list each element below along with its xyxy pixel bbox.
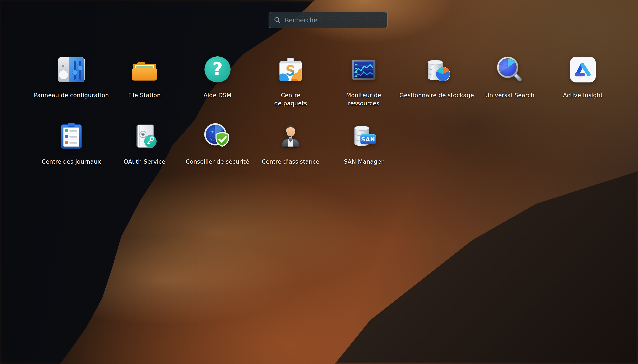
app-label: Moniteur de ressources	[323, 91, 404, 108]
database-san-icon: SAN	[350, 122, 378, 150]
app-label: Centre d'assistance	[250, 158, 331, 166]
svg-text:S: S	[286, 63, 295, 78]
radar-shield-icon	[204, 122, 232, 150]
magnifier-lens-icon	[496, 56, 524, 84]
app-dsm-help[interactable]: ? Aide DSM	[181, 56, 254, 108]
app-label: OAuth Service	[104, 158, 185, 166]
database-pie-icon	[423, 56, 450, 84]
app-control-panel[interactable]: Panneau de configuration	[35, 56, 108, 108]
app-resource-monitor[interactable]: Moniteur de ressources	[327, 56, 400, 108]
triangle-logo-icon	[569, 56, 597, 84]
support-agent-icon	[277, 122, 304, 150]
app-security-advisor[interactable]: Conseiller de sécurité	[181, 122, 254, 166]
app-oauth-service[interactable]: OAuth Service	[108, 122, 181, 166]
app-label: Active Insight	[542, 91, 624, 99]
control-panel-icon	[58, 56, 85, 84]
app-label: Gestionnaire de stockage	[396, 91, 477, 99]
monitor-graph-icon	[350, 56, 378, 84]
search-input[interactable]	[284, 16, 382, 24]
shopping-bag-icon: S	[277, 56, 304, 84]
app-grid-row-1: Panneau de configuration File Station ? …	[35, 56, 620, 108]
app-label: Universal Search	[469, 91, 550, 99]
safe-key-icon	[130, 122, 158, 150]
app-label: Centre de paquets	[250, 91, 331, 108]
app-san-manager[interactable]: SAN SAN Manager	[327, 122, 400, 166]
app-label: File Station	[104, 91, 185, 99]
help-question-icon: ?	[204, 56, 232, 84]
search-icon	[274, 16, 281, 24]
folder-icon	[130, 56, 158, 84]
app-label: Centre des journaux	[31, 158, 112, 166]
app-active-insight[interactable]: Active Insight	[546, 56, 620, 108]
app-log-center[interactable]: Centre des journaux	[35, 122, 108, 166]
search-bar[interactable]	[268, 12, 388, 28]
app-file-station[interactable]: File Station	[108, 56, 181, 108]
app-label: Panneau de configuration	[31, 91, 112, 99]
app-label: SAN Manager	[323, 158, 404, 166]
app-label: Conseiller de sécurité	[177, 158, 258, 166]
app-support-center[interactable]: Centre d'assistance	[254, 122, 327, 166]
app-universal-search[interactable]: Universal Search	[473, 56, 546, 108]
app-package-center[interactable]: S Centre de paquets	[254, 56, 327, 108]
app-storage-manager[interactable]: Gestionnaire de stockage	[400, 56, 473, 108]
svg-text:SAN: SAN	[361, 136, 375, 143]
svg-text:?: ?	[212, 58, 223, 80]
app-grid-row-2: Centre des journaux OAuth Service	[35, 122, 400, 166]
clipboard-log-icon	[58, 122, 85, 150]
app-label: Aide DSM	[177, 91, 258, 99]
